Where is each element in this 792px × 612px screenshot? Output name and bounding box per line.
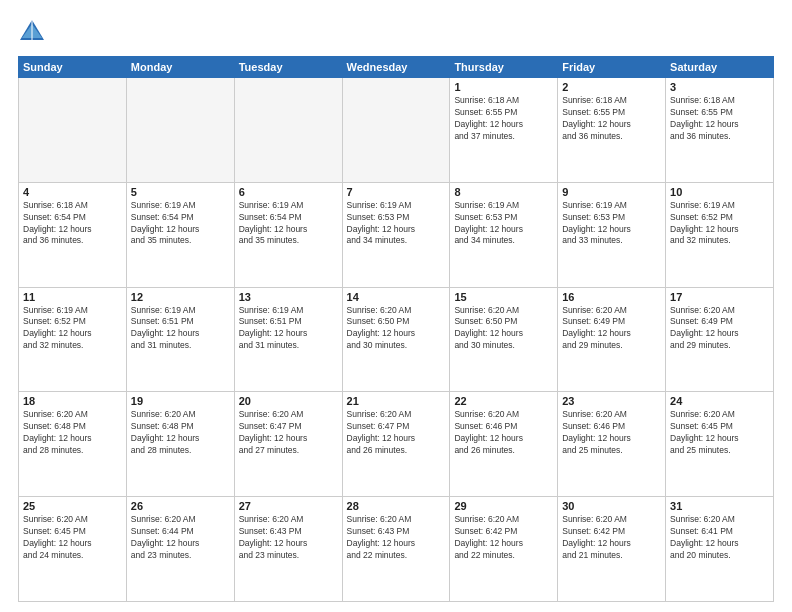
page: SundayMondayTuesdayWednesdayThursdayFrid… [0,0,792,612]
day-number: 22 [454,395,553,407]
weekday-row: SundayMondayTuesdayWednesdayThursdayFrid… [19,57,774,78]
day-number: 16 [562,291,661,303]
calendar-cell: 4Sunrise: 6:18 AM Sunset: 6:54 PM Daylig… [19,182,127,287]
day-number: 17 [670,291,769,303]
weekday-header-monday: Monday [126,57,234,78]
week-row-3: 11Sunrise: 6:19 AM Sunset: 6:52 PM Dayli… [19,287,774,392]
week-row-2: 4Sunrise: 6:18 AM Sunset: 6:54 PM Daylig… [19,182,774,287]
day-detail: Sunrise: 6:20 AM Sunset: 6:46 PM Dayligh… [454,409,553,457]
day-detail: Sunrise: 6:19 AM Sunset: 6:51 PM Dayligh… [239,305,338,353]
weekday-header-thursday: Thursday [450,57,558,78]
calendar-table: SundayMondayTuesdayWednesdayThursdayFrid… [18,56,774,602]
day-number: 19 [131,395,230,407]
day-detail: Sunrise: 6:20 AM Sunset: 6:43 PM Dayligh… [347,514,446,562]
day-number: 25 [23,500,122,512]
day-detail: Sunrise: 6:20 AM Sunset: 6:46 PM Dayligh… [562,409,661,457]
day-detail: Sunrise: 6:19 AM Sunset: 6:51 PM Dayligh… [131,305,230,353]
calendar-cell: 13Sunrise: 6:19 AM Sunset: 6:51 PM Dayli… [234,287,342,392]
calendar-header: SundayMondayTuesdayWednesdayThursdayFrid… [19,57,774,78]
day-number: 31 [670,500,769,512]
calendar-cell: 27Sunrise: 6:20 AM Sunset: 6:43 PM Dayli… [234,497,342,602]
calendar-cell: 26Sunrise: 6:20 AM Sunset: 6:44 PM Dayli… [126,497,234,602]
day-number: 5 [131,186,230,198]
calendar-cell: 1Sunrise: 6:18 AM Sunset: 6:55 PM Daylig… [450,78,558,183]
day-detail: Sunrise: 6:20 AM Sunset: 6:48 PM Dayligh… [131,409,230,457]
day-number: 4 [23,186,122,198]
week-row-4: 18Sunrise: 6:20 AM Sunset: 6:48 PM Dayli… [19,392,774,497]
day-number: 24 [670,395,769,407]
calendar-cell: 5Sunrise: 6:19 AM Sunset: 6:54 PM Daylig… [126,182,234,287]
day-number: 15 [454,291,553,303]
calendar-cell: 31Sunrise: 6:20 AM Sunset: 6:41 PM Dayli… [666,497,774,602]
calendar-cell [19,78,127,183]
weekday-header-friday: Friday [558,57,666,78]
day-detail: Sunrise: 6:20 AM Sunset: 6:50 PM Dayligh… [347,305,446,353]
calendar-cell: 7Sunrise: 6:19 AM Sunset: 6:53 PM Daylig… [342,182,450,287]
calendar-cell: 25Sunrise: 6:20 AM Sunset: 6:45 PM Dayli… [19,497,127,602]
calendar-cell: 30Sunrise: 6:20 AM Sunset: 6:42 PM Dayli… [558,497,666,602]
day-number: 29 [454,500,553,512]
weekday-header-wednesday: Wednesday [342,57,450,78]
day-number: 26 [131,500,230,512]
calendar-body: 1Sunrise: 6:18 AM Sunset: 6:55 PM Daylig… [19,78,774,602]
day-detail: Sunrise: 6:20 AM Sunset: 6:48 PM Dayligh… [23,409,122,457]
day-detail: Sunrise: 6:19 AM Sunset: 6:53 PM Dayligh… [454,200,553,248]
header [18,18,774,46]
calendar-cell: 6Sunrise: 6:19 AM Sunset: 6:54 PM Daylig… [234,182,342,287]
day-number: 23 [562,395,661,407]
calendar-cell: 12Sunrise: 6:19 AM Sunset: 6:51 PM Dayli… [126,287,234,392]
day-number: 2 [562,81,661,93]
day-detail: Sunrise: 6:18 AM Sunset: 6:54 PM Dayligh… [23,200,122,248]
calendar-cell: 23Sunrise: 6:20 AM Sunset: 6:46 PM Dayli… [558,392,666,497]
day-detail: Sunrise: 6:18 AM Sunset: 6:55 PM Dayligh… [454,95,553,143]
calendar-cell: 21Sunrise: 6:20 AM Sunset: 6:47 PM Dayli… [342,392,450,497]
day-detail: Sunrise: 6:20 AM Sunset: 6:50 PM Dayligh… [454,305,553,353]
day-number: 8 [454,186,553,198]
day-number: 13 [239,291,338,303]
day-detail: Sunrise: 6:20 AM Sunset: 6:47 PM Dayligh… [239,409,338,457]
calendar-cell: 9Sunrise: 6:19 AM Sunset: 6:53 PM Daylig… [558,182,666,287]
day-detail: Sunrise: 6:20 AM Sunset: 6:42 PM Dayligh… [454,514,553,562]
day-number: 18 [23,395,122,407]
day-detail: Sunrise: 6:19 AM Sunset: 6:52 PM Dayligh… [670,200,769,248]
day-detail: Sunrise: 6:20 AM Sunset: 6:44 PM Dayligh… [131,514,230,562]
calendar-cell: 10Sunrise: 6:19 AM Sunset: 6:52 PM Dayli… [666,182,774,287]
day-detail: Sunrise: 6:20 AM Sunset: 6:41 PM Dayligh… [670,514,769,562]
day-number: 11 [23,291,122,303]
calendar-cell [234,78,342,183]
day-detail: Sunrise: 6:19 AM Sunset: 6:53 PM Dayligh… [562,200,661,248]
day-number: 9 [562,186,661,198]
weekday-header-sunday: Sunday [19,57,127,78]
day-detail: Sunrise: 6:20 AM Sunset: 6:42 PM Dayligh… [562,514,661,562]
day-number: 12 [131,291,230,303]
day-detail: Sunrise: 6:20 AM Sunset: 6:49 PM Dayligh… [562,305,661,353]
weekday-header-tuesday: Tuesday [234,57,342,78]
calendar-cell: 14Sunrise: 6:20 AM Sunset: 6:50 PM Dayli… [342,287,450,392]
calendar-cell: 19Sunrise: 6:20 AM Sunset: 6:48 PM Dayli… [126,392,234,497]
day-detail: Sunrise: 6:18 AM Sunset: 6:55 PM Dayligh… [562,95,661,143]
calendar-cell [342,78,450,183]
calendar-cell [126,78,234,183]
calendar-cell: 8Sunrise: 6:19 AM Sunset: 6:53 PM Daylig… [450,182,558,287]
calendar-cell: 28Sunrise: 6:20 AM Sunset: 6:43 PM Dayli… [342,497,450,602]
day-number: 6 [239,186,338,198]
day-detail: Sunrise: 6:20 AM Sunset: 6:43 PM Dayligh… [239,514,338,562]
calendar-cell: 18Sunrise: 6:20 AM Sunset: 6:48 PM Dayli… [19,392,127,497]
calendar-cell: 24Sunrise: 6:20 AM Sunset: 6:45 PM Dayli… [666,392,774,497]
day-detail: Sunrise: 6:20 AM Sunset: 6:49 PM Dayligh… [670,305,769,353]
day-number: 10 [670,186,769,198]
day-detail: Sunrise: 6:20 AM Sunset: 6:47 PM Dayligh… [347,409,446,457]
weekday-header-saturday: Saturday [666,57,774,78]
day-number: 7 [347,186,446,198]
logo-icon [18,18,46,46]
day-detail: Sunrise: 6:19 AM Sunset: 6:53 PM Dayligh… [347,200,446,248]
day-number: 3 [670,81,769,93]
calendar-cell: 2Sunrise: 6:18 AM Sunset: 6:55 PM Daylig… [558,78,666,183]
day-detail: Sunrise: 6:20 AM Sunset: 6:45 PM Dayligh… [670,409,769,457]
day-number: 14 [347,291,446,303]
day-detail: Sunrise: 6:20 AM Sunset: 6:45 PM Dayligh… [23,514,122,562]
calendar-cell: 29Sunrise: 6:20 AM Sunset: 6:42 PM Dayli… [450,497,558,602]
day-number: 20 [239,395,338,407]
calendar-cell: 11Sunrise: 6:19 AM Sunset: 6:52 PM Dayli… [19,287,127,392]
day-number: 1 [454,81,553,93]
